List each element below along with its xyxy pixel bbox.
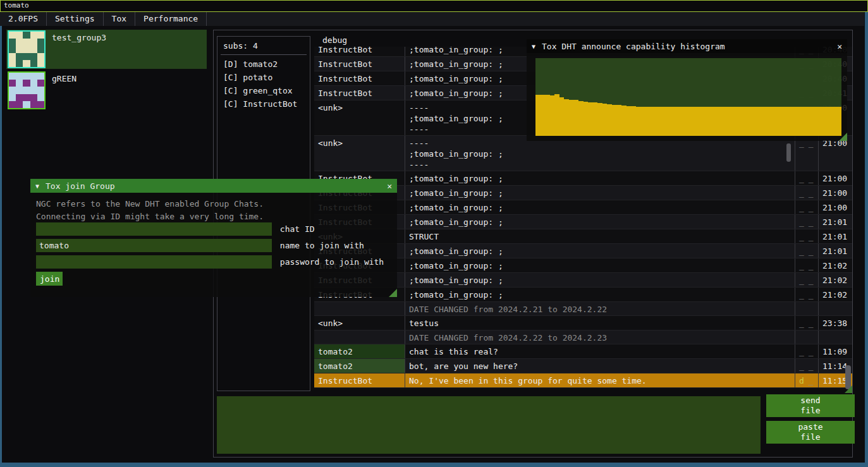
message-cell: No, I've been in this group for quite so…	[405, 373, 795, 387]
send-file-button[interactable]: send file	[766, 394, 855, 417]
histogram-bar	[541, 95, 546, 136]
collapse-arrow-icon[interactable]: ▼	[532, 43, 535, 50]
avatar-pixel	[30, 45, 37, 52]
delivery-flags-cell: __	[795, 244, 818, 258]
avatar-pixel	[16, 87, 23, 94]
delivery-flag: _	[799, 202, 804, 213]
table-row[interactable]: <unk>---- ;tomato_in_group: ; ----__21:0…	[314, 136, 852, 171]
tab-debug[interactable]: debug	[322, 35, 347, 45]
message-cell: ;tomato_in_group: ;	[405, 258, 795, 272]
histogram-bar	[804, 107, 809, 136]
histogram-bar	[789, 107, 794, 136]
avatar-pixel	[9, 94, 16, 101]
avatar-pixel	[30, 94, 37, 101]
delivery-flag: _	[809, 188, 814, 198]
timestamp-cell: 21:00	[818, 200, 852, 214]
paste-file-button[interactable]: paste file	[766, 421, 855, 444]
join-dialog-titlebar[interactable]: ▼ Tox join Group ✕	[30, 179, 397, 193]
histogram-bar	[584, 102, 589, 136]
avatar-pixel	[30, 87, 37, 94]
histogram-bar	[535, 95, 541, 136]
chat-id-input[interactable]	[36, 222, 272, 236]
app-window: tomato 2.0FPSSettingsToxPerformance test…	[0, 0, 868, 467]
table-row[interactable]: InstructBotNo, I've been in this group f…	[314, 373, 852, 388]
delivery-flags-cell: __	[795, 171, 818, 185]
collapse-arrow-icon[interactable]: ▼	[35, 183, 39, 190]
histogram-bar	[741, 107, 746, 136]
table-row[interactable]: tomato2bot, are you new here?__11:14	[314, 359, 852, 373]
message-cell: ;tomato_in_group: ;	[405, 288, 795, 301]
histogram-bar	[640, 107, 645, 136]
member-item[interactable]: [D] tomato2	[217, 58, 310, 71]
message-cell: chat is this real?	[405, 344, 795, 358]
avatar-pixel	[23, 87, 30, 94]
table-resize-grip-icon[interactable]	[845, 385, 852, 393]
message-cell: testus	[405, 316, 795, 330]
avatar-pixel	[16, 32, 23, 39]
histogram-bar	[722, 107, 727, 136]
window-edge-right	[865, 12, 868, 467]
histogram-bar	[784, 107, 789, 136]
histogram-bar	[755, 107, 761, 136]
delivery-flag: _	[809, 361, 814, 372]
message-input[interactable]	[217, 396, 761, 454]
join-button[interactable]: join	[36, 272, 63, 286]
avatar-pixel	[16, 101, 23, 108]
menu-item-performance[interactable]: Performance	[135, 12, 207, 26]
timestamp-cell: 11:09	[818, 344, 852, 358]
window-titlebar[interactable]: tomato	[0, 0, 868, 12]
member-item[interactable]: [C] InstructBot	[217, 97, 310, 111]
join-password-label: password to join with	[280, 257, 384, 267]
group-item-gREEN[interactable]: gREEN	[6, 71, 207, 110]
avatar-pixel	[9, 87, 16, 94]
members-separator	[221, 54, 307, 55]
table-row[interactable]: <unk>testus__23:38	[314, 316, 852, 331]
histogram-bar	[602, 104, 608, 136]
menu-item-settings[interactable]: Settings	[47, 12, 104, 26]
close-icon[interactable]: ✕	[387, 181, 392, 191]
delivery-flags-cell: __	[795, 273, 818, 287]
histogram-window: ▼ Tox DHT announce capability histogram …	[527, 39, 847, 141]
timestamp-cell: 21:00	[818, 186, 852, 200]
member-item[interactable]: [C] green_qtox	[217, 84, 310, 97]
histogram-bar	[798, 107, 804, 136]
delivery-flag: _	[809, 289, 814, 300]
avatar-pixel	[23, 94, 30, 101]
resize-grip-icon[interactable]	[839, 133, 847, 141]
member-item[interactable]: [C] potato	[217, 71, 310, 84]
avatar-pixel	[16, 53, 23, 60]
delivery-flag: _	[799, 346, 804, 357]
join-password-input[interactable]	[36, 255, 272, 269]
send-file-label-line2: file	[770, 406, 851, 416]
join-dialog-title: Tox join Group	[46, 181, 382, 191]
histogram-titlebar[interactable]: ▼ Tox DHT announce capability histogram …	[527, 39, 847, 53]
delivery-flag: _	[799, 318, 804, 329]
menu-item-tox[interactable]: Tox	[104, 12, 135, 26]
date-changed-row[interactable]: DATE CHANGED from 2024.2.22 to 2024.2.23	[314, 331, 852, 344]
histogram-bar	[774, 107, 779, 136]
members-count: subs: 4	[217, 37, 310, 53]
close-icon[interactable]: ✕	[837, 42, 842, 51]
avatar-pixel	[37, 53, 44, 60]
delivery-flag: _	[799, 260, 804, 271]
avatar-pixel	[30, 32, 37, 39]
histogram-bar	[574, 100, 579, 136]
resize-grip-icon[interactable]	[389, 289, 397, 297]
histogram-bar	[808, 107, 813, 136]
delivery-flag: _	[809, 318, 814, 329]
sender-name-cell: InstructBot	[314, 57, 405, 71]
avatar-pixel	[9, 101, 16, 108]
timestamp-cell: 21:01	[818, 244, 852, 258]
histogram-bar	[569, 100, 574, 136]
avatar-pixel	[23, 73, 30, 80]
message-scrollbar[interactable]	[786, 143, 791, 162]
avatar-pixel	[30, 73, 37, 80]
table-row[interactable]: tomato2chat is this real?__11:09	[314, 344, 852, 359]
histogram-bar	[703, 107, 708, 136]
group-item-test_group3[interactable]: test_group3	[6, 30, 207, 69]
menu-item-2.0fps[interactable]: 2.0FPS	[0, 12, 47, 26]
histogram-bar	[674, 107, 679, 136]
join-name-input[interactable]	[36, 239, 272, 252]
histogram-bar	[554, 94, 559, 136]
date-changed-row[interactable]: DATE CHANGED from 2024.2.21 to 2024.2.22	[314, 302, 852, 316]
